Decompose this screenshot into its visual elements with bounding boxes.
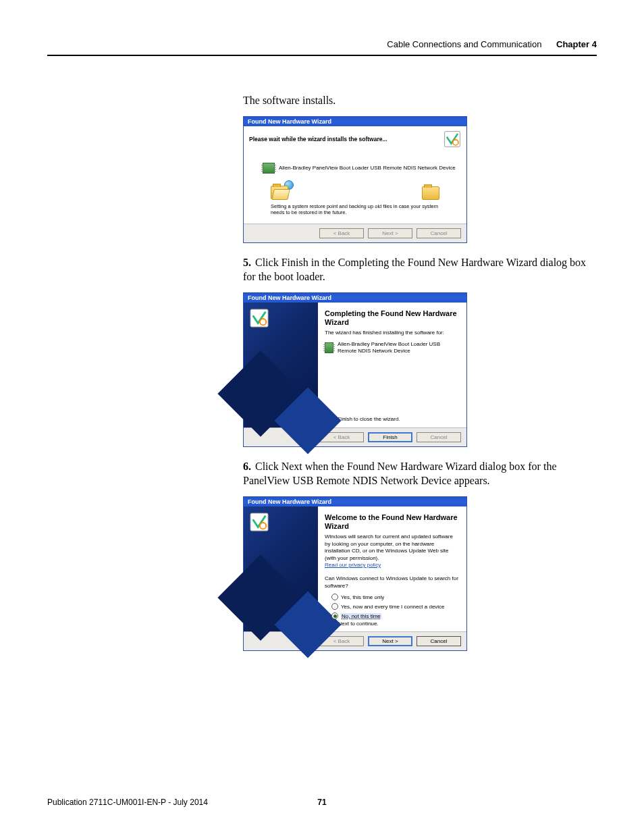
radio-yes-once[interactable]: Yes, this time only (331, 594, 460, 600)
wizard-heading: Completing the Found New Hardware Wizard (325, 309, 460, 327)
wizard-status-heading: Please wait while the wizard installs th… (249, 136, 444, 142)
intro-paragraph: The software installs. (243, 93, 597, 108)
device-label: Allen-Bradley PanelView Boot Loader USB … (279, 165, 456, 171)
radio-icon (331, 594, 338, 600)
wizard-icon (249, 512, 269, 532)
header-section: Cable Connections and Communication (387, 39, 541, 49)
page-header: Cable Connections and Communication Chap… (47, 39, 597, 56)
next-button[interactable]: Next > (368, 228, 412, 238)
device-chip-icon (325, 342, 333, 353)
publication-id: Publication 2711C-UM001I-EN-P - July 201… (47, 798, 208, 807)
header-chapter: Chapter 4 (556, 39, 597, 49)
radio-yes-always[interactable]: Yes, now and every time I connect a devi… (331, 603, 460, 610)
cancel-button[interactable]: Cancel (417, 432, 461, 442)
step-6: 6.Click Next when the Found New Hardware… (243, 459, 597, 488)
wizard-close-line: Click Finish to close the wizard. (325, 416, 460, 423)
device-chip-icon (263, 163, 275, 174)
wizard-installing: Found New Hardware Wizard Please wait wh… (243, 116, 467, 243)
privacy-policy-link[interactable]: Read our privacy policy (325, 562, 460, 569)
cancel-button[interactable]: Cancel (417, 636, 461, 646)
wizard-sidebar (244, 506, 318, 632)
device-label: Allen-Bradley PanelView Boot Loader USB … (338, 341, 460, 355)
page-footer: Publication 2711C-UM001I-EN-P - July 201… (47, 798, 597, 807)
next-button[interactable]: Next > (368, 636, 412, 646)
finish-button[interactable]: Finish (368, 432, 412, 442)
cancel-button[interactable]: Cancel (417, 228, 461, 238)
radio-icon (331, 603, 338, 610)
radio-icon (331, 613, 338, 619)
radio-no[interactable]: No, not this time (331, 613, 460, 619)
wizard-subline: The wizard has finished installing the s… (325, 330, 460, 336)
wizard-icon (249, 308, 269, 328)
folder-icon (422, 186, 439, 200)
wizard-titlebar: Found New Hardware Wizard (244, 497, 466, 506)
wizard-completing: Found New Hardware Wizard Completing the… (243, 292, 467, 447)
page-number: 71 (317, 798, 326, 807)
wizard-icon (444, 130, 461, 148)
wizard-body-text: Windows will search for current and upda… (325, 533, 460, 562)
wizard-question: Can Windows connect to Windows Update to… (325, 575, 460, 590)
back-button[interactable]: < Back (319, 228, 364, 238)
folder-open-icon (271, 186, 294, 201)
wizard-heading: Welcome to the Found New Hardware Wizard (325, 513, 460, 531)
step-5: 5.Click Finish in the Completing the Fou… (243, 255, 597, 284)
wizard-continue-line: Click Next to continue. (325, 621, 460, 627)
wizard-titlebar: Found New Hardware Wizard (244, 117, 466, 126)
wizard-titlebar: Found New Hardware Wizard (244, 293, 466, 303)
wizard-sidebar (244, 303, 318, 427)
wizard-welcome: Found New Hardware Wizard Welcome to the… (243, 496, 467, 652)
wizard-status-detail: Setting a system restore point and backi… (271, 203, 439, 215)
